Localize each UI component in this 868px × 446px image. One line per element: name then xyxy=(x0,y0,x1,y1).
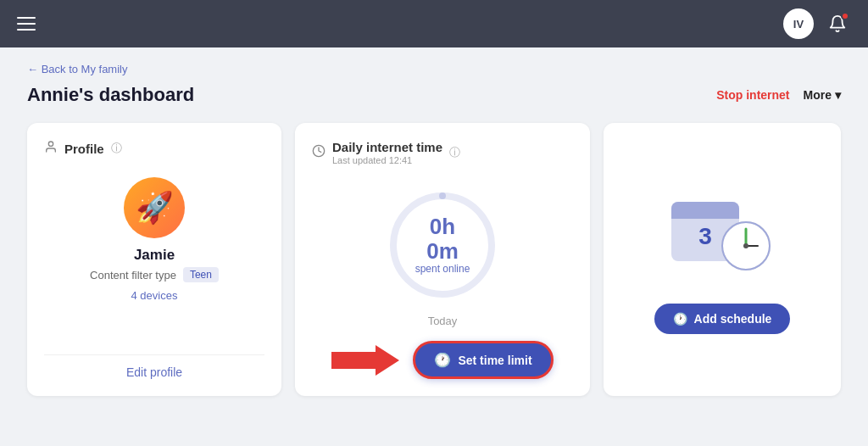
divider xyxy=(44,354,264,355)
profile-name: Jamie xyxy=(134,247,175,264)
period-label: Today xyxy=(428,315,458,327)
daily-card-header: Daily internet time Last updated 12:41 ⓘ xyxy=(312,140,573,165)
time-text-overlay: 0h 0m spent online xyxy=(413,215,472,275)
profile-avatar: 🚀 xyxy=(124,177,185,238)
header: IV xyxy=(0,0,868,47)
menu-button[interactable] xyxy=(17,17,36,31)
time-sublabel: spent online xyxy=(413,264,472,276)
header-actions: Stop internet More ▾ xyxy=(716,88,841,102)
time-circle: 0h 0m spent online xyxy=(383,186,502,304)
filter-label: Content filter type xyxy=(90,269,176,282)
stop-internet-button[interactable]: Stop internet xyxy=(716,88,789,102)
page-content: ← Back to My family Annie's dashboard St… xyxy=(0,47,868,410)
set-time-label: Set time limit xyxy=(458,354,531,367)
arrow-icon xyxy=(331,345,399,376)
action-row: 🕐 Set time limit xyxy=(312,341,573,379)
add-schedule-label: Add schedule xyxy=(694,312,772,326)
back-link[interactable]: ← Back to My family xyxy=(27,63,127,75)
time-value: 0h 0m xyxy=(413,215,472,263)
profile-info-icon[interactable]: ⓘ xyxy=(111,141,122,156)
schedule-card: 3 🕐 Add schedule xyxy=(604,123,841,396)
dashboard-header: Annie's dashboard Stop internet More ▾ xyxy=(27,84,841,106)
daily-card: Daily internet time Last updated 12:41 ⓘ… xyxy=(295,123,590,396)
daily-card-title-group: Daily internet time Last updated 12:41 xyxy=(332,140,442,165)
add-schedule-clock-icon: 🕐 xyxy=(673,312,687,326)
profile-card-title: Profile xyxy=(64,142,104,156)
daily-inner: 0h 0m spent online Today 🕐 Set time lim xyxy=(312,179,573,379)
svg-marker-4 xyxy=(331,345,399,376)
header-right: IV xyxy=(783,8,851,39)
schedule-illustration: 3 xyxy=(663,185,782,287)
profile-card: Profile ⓘ 🚀 Jamie Content filter type Te… xyxy=(27,123,281,396)
back-label: Back to My family xyxy=(42,63,128,75)
notification-bell[interactable] xyxy=(824,10,851,37)
daily-card-title: Daily internet time xyxy=(332,140,442,154)
avatar-emoji: 🚀 xyxy=(136,190,174,226)
svg-text:3: 3 xyxy=(698,223,712,249)
filter-badge: Teen xyxy=(183,267,219,282)
profile-content: 🚀 Jamie Content filter type Teen 4 devic… xyxy=(44,170,264,379)
user-avatar[interactable]: IV xyxy=(783,8,814,39)
svg-point-0 xyxy=(48,142,53,146)
person-icon xyxy=(44,140,58,157)
profile-card-header: Profile ⓘ xyxy=(44,140,264,157)
arrow-container xyxy=(331,345,399,376)
devices-link[interactable]: 4 devices xyxy=(131,289,178,302)
set-time-clock-icon: 🕐 xyxy=(434,352,451,368)
more-button[interactable]: More ▾ xyxy=(804,88,841,102)
svg-point-11 xyxy=(743,243,748,248)
page-title: Annie's dashboard xyxy=(27,84,194,106)
set-time-limit-button[interactable]: 🕐 Set time limit xyxy=(413,341,553,379)
clock-icon xyxy=(312,144,326,161)
svg-rect-7 xyxy=(671,212,739,219)
add-schedule-button[interactable]: 🕐 Add schedule xyxy=(654,304,791,334)
last-updated: Last updated 12:41 xyxy=(332,155,442,165)
chevron-down-icon: ▾ xyxy=(835,88,841,102)
edit-profile-link[interactable]: Edit profile xyxy=(126,365,182,379)
cards-row: Profile ⓘ 🚀 Jamie Content filter type Te… xyxy=(27,123,841,396)
more-label: More xyxy=(804,88,832,102)
back-arrow: ← xyxy=(27,63,38,75)
filter-row: Content filter type Teen xyxy=(90,267,219,282)
daily-info-icon[interactable]: ⓘ xyxy=(449,145,460,160)
notification-badge xyxy=(841,12,849,20)
